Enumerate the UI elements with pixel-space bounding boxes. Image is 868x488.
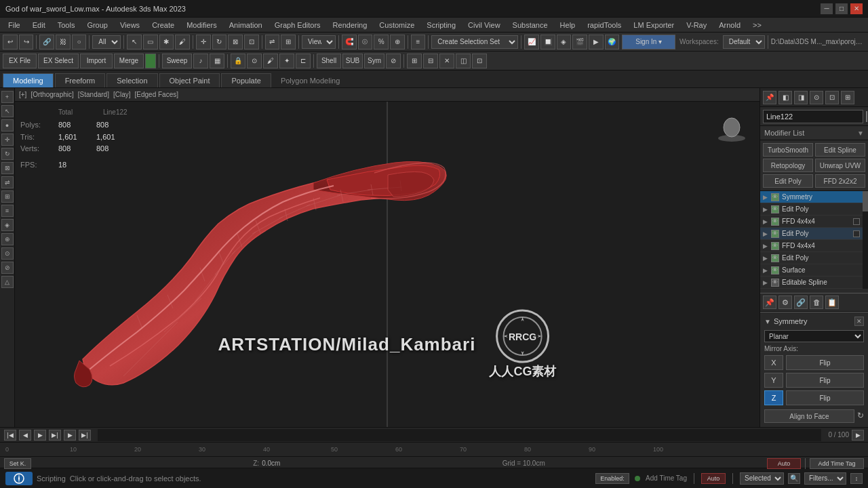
menu-views[interactable]: Views xyxy=(115,20,145,30)
menu-tools[interactable]: Tools xyxy=(52,20,81,30)
angle-snap-button[interactable]: ⦾ xyxy=(358,35,373,49)
align-to-face-button[interactable]: Align to Face xyxy=(764,409,854,423)
mod-ffd2[interactable]: ▶ 👁 FFD 4x4x4 xyxy=(760,240,863,252)
magnet-button[interactable]: ⊙ xyxy=(247,54,262,68)
rp-panel3-button[interactable]: ⊙ xyxy=(810,91,823,104)
minimize-button[interactable]: ─ xyxy=(821,3,833,14)
transform-mode-button[interactable]: ↕ xyxy=(850,473,863,484)
menu-help[interactable]: Help xyxy=(555,20,581,30)
tl-add-time[interactable]: Add Time Tag xyxy=(810,458,864,469)
ls-select[interactable]: ↖ xyxy=(1,105,14,117)
sub-button[interactable]: SUB xyxy=(342,54,363,68)
selected-dropdown[interactable]: Selected xyxy=(740,472,784,485)
mod-eye-ep1[interactable]: 👁 xyxy=(771,205,779,214)
tab-selection[interactable]: Selection xyxy=(106,73,157,87)
mod-pin-button[interactable]: 📌 xyxy=(763,296,776,309)
timeline-ruler[interactable]: 0 10 20 30 40 50 60 70 80 90 100 xyxy=(0,443,868,456)
tab-modeling[interactable]: Modeling xyxy=(3,73,54,87)
mirror-type-dropdown[interactable]: Planar Radial Volume xyxy=(764,330,864,342)
menu-substance[interactable]: Substance xyxy=(507,20,553,30)
view-dropdown[interactable]: View xyxy=(302,35,336,49)
detach-button[interactable]: ⊡ xyxy=(472,54,487,68)
lasso-button[interactable]: ✱ xyxy=(159,35,174,49)
spinner-snap-button[interactable]: ⊕ xyxy=(390,35,405,49)
tab-freeform[interactable]: Freeform xyxy=(55,73,106,87)
nav-cube[interactable] xyxy=(715,113,749,144)
import-button[interactable]: Import xyxy=(80,54,113,68)
conform-button[interactable]: ⊏ xyxy=(296,54,311,68)
tl-prev-frame[interactable]: ◀ xyxy=(19,430,31,441)
modifier-scrollbar[interactable] xyxy=(863,191,868,289)
menu-modifiers[interactable]: Modifiers xyxy=(181,20,222,30)
menu-scripting[interactable]: Scripting xyxy=(421,20,461,30)
mod-link-button[interactable]: 🔗 xyxy=(794,296,808,309)
maximize-button[interactable]: □ xyxy=(835,3,848,14)
axis-z-button[interactable]: Z xyxy=(764,390,783,405)
select-region-button[interactable]: ▭ xyxy=(143,35,158,49)
tl-play-fwd[interactable]: ▶| xyxy=(49,430,61,441)
scroll-thumb[interactable] xyxy=(863,191,868,211)
timeline-bar[interactable] xyxy=(98,429,821,441)
ls-tool5[interactable]: ⊙ xyxy=(1,247,14,260)
mod-eye-ep2[interactable]: 👁 xyxy=(771,230,779,238)
tl-play-prev[interactable]: |◀ xyxy=(4,430,16,441)
ls-scale[interactable]: ⊠ xyxy=(1,162,14,174)
tab-object-paint[interactable]: Object Paint xyxy=(159,73,220,87)
rotate-button[interactable]: ↻ xyxy=(212,35,227,49)
schematic-button[interactable]: 🔲 xyxy=(540,35,555,49)
pipe-button[interactable]: ⊘ xyxy=(386,54,401,68)
select-button[interactable]: ↖ xyxy=(127,35,142,49)
ls-tool2[interactable]: ≡ xyxy=(1,205,14,217)
auto-key-button[interactable]: Auto xyxy=(701,473,726,484)
flip-z-button[interactable]: Flip xyxy=(786,390,864,405)
align2-button[interactable]: ⊞ xyxy=(407,54,422,68)
workspace-dropdown[interactable]: Default xyxy=(723,35,765,49)
symmetry-expand-icon[interactable]: ▼ xyxy=(764,318,771,325)
flip-y-button[interactable]: Flip xyxy=(786,373,864,388)
tab-populate[interactable]: Populate xyxy=(221,73,271,87)
ls-tool7[interactable]: △ xyxy=(1,276,14,288)
mod-eye-ep3[interactable]: 👁 xyxy=(771,254,779,262)
tl-play[interactable]: ▶ xyxy=(34,430,46,441)
menu-rapidtools[interactable]: rapidTools xyxy=(582,20,627,30)
rp-panel4-button[interactable]: ⊡ xyxy=(825,91,839,104)
search-button[interactable]: 🔍 xyxy=(788,473,800,484)
menu-edit[interactable]: Edit xyxy=(27,20,51,30)
menu-customize[interactable]: Customize xyxy=(374,20,420,30)
axis-x-button[interactable]: X xyxy=(764,355,783,370)
rp-panel1-button[interactable]: ◧ xyxy=(778,91,792,104)
scale-button[interactable]: ⊠ xyxy=(228,35,243,49)
mod-ffd1[interactable]: ▶ 👁 FFD 4x4x4 xyxy=(760,216,863,228)
object-color-swatch[interactable] xyxy=(866,111,867,122)
layer-button[interactable]: ≡ xyxy=(411,35,426,49)
enabled-button[interactable]: Enabled: xyxy=(595,473,629,484)
mod-editpoly2[interactable]: ▶ 👁 Edit Poly xyxy=(760,228,863,240)
menu-vray[interactable]: V-Ray xyxy=(681,20,712,30)
qb-edit-poly[interactable]: Edit Poly xyxy=(763,174,813,188)
menu-create[interactable]: Create xyxy=(146,20,180,30)
filter-dropdown[interactable]: All xyxy=(92,35,121,49)
tl-set-key[interactable]: Set K. xyxy=(4,458,31,469)
ls-paint[interactable]: ● xyxy=(1,119,14,131)
mod-eye-sym[interactable]: 👁 xyxy=(771,193,779,201)
render-button[interactable]: ▶ xyxy=(589,35,604,49)
rp-panel2-button[interactable]: ◨ xyxy=(794,91,808,104)
unlink-button[interactable]: ⛓ xyxy=(56,35,71,49)
link-button[interactable]: 🔗 xyxy=(39,35,54,49)
object-name-input[interactable] xyxy=(763,110,863,123)
ls-tool1[interactable]: ⊞ xyxy=(1,190,14,203)
filters-dropdown[interactable]: Filters... xyxy=(804,472,846,485)
mod-surface[interactable]: ▶ 👁 Surface xyxy=(760,264,863,277)
ls-rotate[interactable]: ↻ xyxy=(1,148,14,160)
undo-button[interactable]: ↩ xyxy=(3,35,18,49)
key-frame-btn[interactable]: Auto xyxy=(767,458,801,469)
viewport[interactable]: Total Line122 Polys: 808 808 Tris: 1,601… xyxy=(15,102,760,427)
grid-button[interactable]: ⊟ xyxy=(423,54,438,68)
ls-snap[interactable]: + xyxy=(1,91,14,103)
percent-snap-button[interactable]: % xyxy=(374,35,389,49)
lock-button[interactable]: 🔒 xyxy=(231,54,245,68)
mirror-button[interactable]: ⇌ xyxy=(265,35,280,49)
sym-button[interactable]: Sym xyxy=(364,54,384,68)
vp-shading[interactable]: [Standard] xyxy=(78,91,109,98)
environment-button[interactable]: 🌍 xyxy=(605,35,620,49)
